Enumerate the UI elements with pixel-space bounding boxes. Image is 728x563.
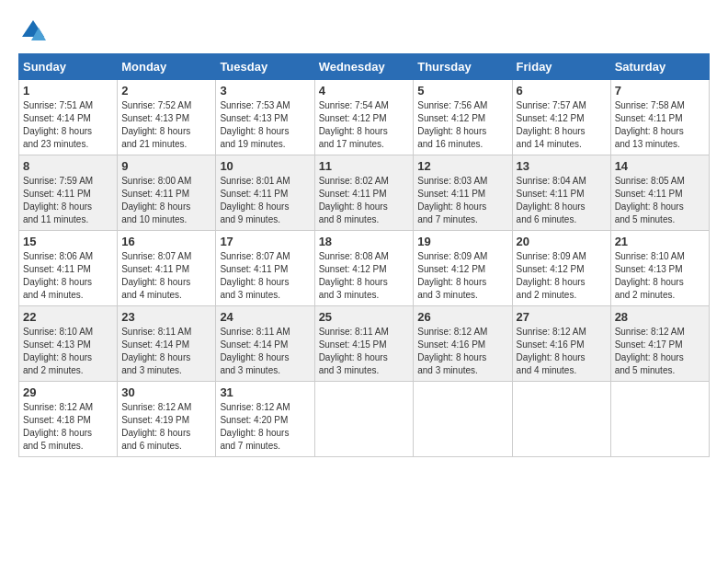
daylight-hours: 8 hours xyxy=(653,352,683,362)
daylight-label: Daylight: xyxy=(319,201,358,212)
day-info: Sunrise: 7:52 AM Sunset: 4:13 PM Dayligh… xyxy=(121,99,211,151)
daylight-minutes: and 9 minutes. xyxy=(220,214,280,224)
daylight-label: Daylight: xyxy=(220,277,258,287)
calendar-cell: 30 Sunrise: 8:12 AM Sunset: 4:19 PM Dayl… xyxy=(118,382,216,457)
day-number: 18 xyxy=(319,235,410,248)
daylight-label: Daylight: xyxy=(220,352,258,362)
sunrise-time: 7:59 AM xyxy=(59,176,93,186)
sunrise-label: Sunrise: xyxy=(23,251,59,261)
sunrise-label: Sunrise: xyxy=(220,402,256,412)
day-number: 4 xyxy=(319,84,410,98)
calendar-cell: 2 Sunrise: 7:52 AM Sunset: 4:13 PM Dayli… xyxy=(118,80,216,155)
day-number: 24 xyxy=(220,310,310,324)
sunrise-label: Sunrise: xyxy=(319,176,355,186)
sunset-time: 4:19 PM xyxy=(155,415,189,425)
sunrise-time: 7:51 AM xyxy=(59,100,93,110)
daylight-label: Daylight: xyxy=(121,428,160,438)
day-info: Sunrise: 8:03 AM Sunset: 4:11 PM Dayligh… xyxy=(417,175,507,226)
daylight-label: Daylight: xyxy=(23,126,62,136)
calendar-cell xyxy=(414,382,512,457)
day-info: Sunrise: 8:11 AM Sunset: 4:14 PM Dayligh… xyxy=(220,326,310,377)
day-info: Sunrise: 8:12 AM Sunset: 4:16 PM Dayligh… xyxy=(417,326,507,377)
daylight-minutes: and 2 minutes. xyxy=(517,290,577,300)
sunrise-time: 7:58 AM xyxy=(651,100,685,110)
daylight-minutes: and 2 minutes. xyxy=(615,290,676,300)
day-number: 2 xyxy=(121,84,211,98)
daylight-label: Daylight: xyxy=(319,277,358,287)
calendar-cell: 28 Sunrise: 8:12 AM Sunset: 4:17 PM Dayl… xyxy=(610,306,709,382)
sunset-time: 4:16 PM xyxy=(451,339,485,350)
daylight-minutes: and 3 minutes. xyxy=(319,290,380,300)
calendar-cell: 17 Sunrise: 8:07 AM Sunset: 4:11 PM Dayl… xyxy=(216,231,314,306)
sunrise-time: 8:07 AM xyxy=(256,251,290,261)
calendar-cell xyxy=(512,382,610,457)
sunset-time: 4:11 PM xyxy=(648,189,682,199)
sunrise-label: Sunrise: xyxy=(220,327,256,337)
sunrise-label: Sunrise: xyxy=(417,251,453,261)
daylight-hours: 8 hours xyxy=(456,352,486,362)
day-number: 31 xyxy=(220,385,310,399)
sunset-label: Sunset: xyxy=(319,264,353,274)
calendar-cell: 21 Sunrise: 8:10 AM Sunset: 4:13 PM Dayl… xyxy=(610,231,709,306)
daylight-minutes: and 13 minutes. xyxy=(615,139,680,149)
calendar-cell: 26 Sunrise: 8:12 AM Sunset: 4:16 PM Dayl… xyxy=(414,306,512,382)
sunset-time: 4:13 PM xyxy=(57,339,91,350)
day-number: 15 xyxy=(23,235,113,248)
daylight-hours: 8 hours xyxy=(357,201,387,212)
calendar-cell: 1 Sunrise: 7:51 AM Sunset: 4:14 PM Dayli… xyxy=(19,80,118,155)
daylight-minutes: and 3 minutes. xyxy=(220,365,280,375)
sunrise-label: Sunrise: xyxy=(517,100,552,110)
daylight-label: Daylight: xyxy=(121,201,160,212)
sunset-time: 4:12 PM xyxy=(550,113,584,123)
daylight-label: Daylight: xyxy=(23,428,62,438)
daylight-label: Daylight: xyxy=(121,126,160,136)
calendar-cell: 29 Sunrise: 8:12 AM Sunset: 4:18 PM Dayl… xyxy=(19,382,118,457)
calendar-cell: 31 Sunrise: 8:12 AM Sunset: 4:20 PM Dayl… xyxy=(216,382,314,457)
sunrise-time: 8:12 AM xyxy=(552,327,586,337)
sunrise-label: Sunrise: xyxy=(517,251,552,261)
daylight-hours: 8 hours xyxy=(160,352,190,362)
sunrise-time: 7:52 AM xyxy=(158,100,192,110)
sunset-time: 4:13 PM xyxy=(648,264,682,274)
day-number: 20 xyxy=(517,235,607,248)
sunset-time: 4:18 PM xyxy=(57,415,91,425)
calendar-cell: 11 Sunrise: 8:02 AM Sunset: 4:11 PM Dayl… xyxy=(314,155,414,231)
sunrise-time: 8:02 AM xyxy=(355,176,389,186)
daylight-minutes: and 5 minutes. xyxy=(615,214,676,224)
sunrise-time: 8:12 AM xyxy=(454,327,488,337)
day-info: Sunrise: 8:09 AM Sunset: 4:12 PM Dayligh… xyxy=(417,250,507,302)
daylight-label: Daylight: xyxy=(517,352,555,362)
sunrise-time: 8:06 AM xyxy=(59,251,93,261)
sunset-label: Sunset: xyxy=(319,189,353,199)
sunrise-time: 8:09 AM xyxy=(552,251,586,261)
day-number: 11 xyxy=(319,159,410,173)
day-header-saturday: Saturday xyxy=(610,54,709,80)
sunset-label: Sunset: xyxy=(319,113,353,123)
sunset-time: 4:12 PM xyxy=(352,264,386,274)
sunrise-label: Sunrise: xyxy=(220,176,256,186)
logo-icon xyxy=(20,18,46,44)
sunset-label: Sunset: xyxy=(615,339,649,350)
day-info: Sunrise: 8:00 AM Sunset: 4:11 PM Dayligh… xyxy=(121,175,211,226)
calendar-cell: 5 Sunrise: 7:56 AM Sunset: 4:12 PM Dayli… xyxy=(414,80,512,155)
daylight-minutes: and 10 minutes. xyxy=(121,214,187,224)
sunset-label: Sunset: xyxy=(121,264,155,274)
calendar-cell: 4 Sunrise: 7:54 AM Sunset: 4:12 PM Dayli… xyxy=(314,80,414,155)
day-info: Sunrise: 8:12 AM Sunset: 4:18 PM Dayligh… xyxy=(23,401,113,453)
sunset-label: Sunset: xyxy=(23,189,57,199)
day-info: Sunrise: 8:08 AM Sunset: 4:12 PM Dayligh… xyxy=(319,250,410,302)
daylight-minutes: and 7 minutes. xyxy=(417,214,478,224)
sunset-time: 4:11 PM xyxy=(254,189,288,199)
daylight-hours: 8 hours xyxy=(62,277,92,287)
sunset-time: 4:14 PM xyxy=(57,113,91,123)
sunset-label: Sunset: xyxy=(220,339,254,350)
day-number: 19 xyxy=(417,235,507,248)
daylight-minutes: and 3 minutes. xyxy=(417,365,478,375)
day-info: Sunrise: 7:51 AM Sunset: 4:14 PM Dayligh… xyxy=(23,99,113,151)
sunrise-time: 8:12 AM xyxy=(59,402,93,412)
calendar-cell: 12 Sunrise: 8:03 AM Sunset: 4:11 PM Dayl… xyxy=(414,155,512,231)
sunset-label: Sunset: xyxy=(615,113,649,123)
sunrise-label: Sunrise: xyxy=(417,100,453,110)
sunrise-label: Sunrise: xyxy=(615,327,651,337)
daylight-minutes: and 2 minutes. xyxy=(23,365,84,375)
